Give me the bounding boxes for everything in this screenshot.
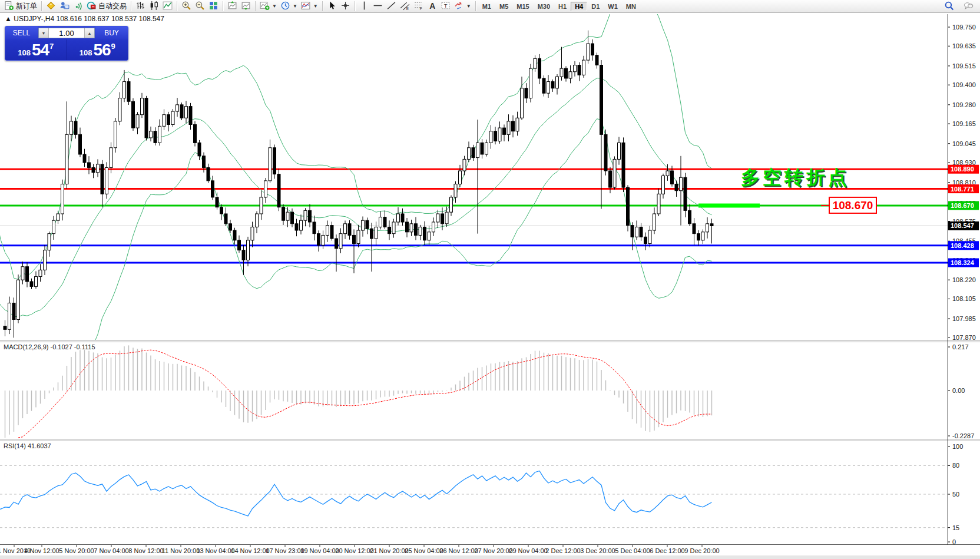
- svg-text:109.280: 109.280: [952, 101, 976, 108]
- svg-text:50: 50: [952, 491, 959, 498]
- sell-price[interactable]: 108547: [5, 39, 67, 60]
- svg-text:80: 80: [952, 462, 959, 469]
- svg-text:108.428: 108.428: [951, 242, 974, 249]
- chart-canvas[interactable]: 109.750109.635109.515109.400109.280109.1…: [0, 0, 980, 559]
- svg-text:108.220: 108.220: [952, 276, 976, 283]
- svg-text:5 Nov 20:00: 5 Nov 20:00: [59, 547, 94, 554]
- svg-text:109.515: 109.515: [952, 62, 976, 70]
- svg-text:11 Nov 20:00: 11 Nov 20:00: [162, 547, 200, 554]
- svg-text:9 Dec 20:00: 9 Dec 20:00: [684, 547, 719, 554]
- volume-value[interactable]: 1.00: [49, 28, 84, 38]
- svg-text:29 Nov 04:00: 29 Nov 04:00: [509, 547, 547, 554]
- volume-increase-button[interactable]: ▲: [84, 28, 94, 38]
- svg-text:109.400: 109.400: [952, 81, 976, 88]
- svg-text:19 Nov 04:00: 19 Nov 04:00: [300, 547, 339, 554]
- svg-text:-0.2287: -0.2287: [952, 432, 974, 439]
- svg-text:100: 100: [952, 443, 963, 450]
- svg-text:107.985: 107.985: [952, 315, 976, 322]
- sell-price-big: 54: [32, 41, 49, 59]
- buy-price-big: 56: [93, 41, 110, 59]
- svg-text:6 Dec 12:00: 6 Dec 12:00: [650, 547, 684, 554]
- svg-text:2 Dec 12:00: 2 Dec 12:00: [545, 547, 580, 554]
- svg-text:0: 0: [952, 538, 956, 545]
- one-click-trading-panel: SELL ▼ 1.00 ▲ BUY 108547 108569: [5, 26, 128, 61]
- svg-text:107.870: 107.870: [952, 334, 976, 341]
- annotation-text[interactable]: 多空转折点: [741, 167, 850, 188]
- sell-button[interactable]: SELL: [5, 27, 38, 39]
- sell-price-prefix: 108: [18, 48, 31, 57]
- svg-text:26 Nov 12:00: 26 Nov 12:00: [439, 547, 478, 554]
- svg-text:14 Nov 12:00: 14 Nov 12:00: [231, 547, 269, 554]
- buy-price-sup: 9: [111, 42, 115, 51]
- svg-text:17 Nov 23:00: 17 Nov 23:00: [266, 547, 304, 554]
- buy-button[interactable]: BUY: [95, 27, 128, 39]
- buy-price-prefix: 108: [80, 48, 92, 57]
- svg-text:108.324: 108.324: [951, 259, 975, 266]
- symbol-header: ▲ USDJPY-,H4 108.616 108.637 108.537 108…: [5, 15, 164, 23]
- svg-text:109.635: 109.635: [952, 42, 976, 49]
- buy-price[interactable]: 108569: [67, 39, 128, 60]
- svg-text:109.750: 109.750: [952, 24, 976, 31]
- svg-text:25 Nov 04:00: 25 Nov 04:00: [405, 547, 443, 554]
- svg-text:4 Nov 12:00: 4 Nov 12:00: [24, 547, 59, 554]
- volume-stepper: ▼ 1.00 ▲: [38, 28, 95, 38]
- sell-price-sup: 7: [49, 42, 54, 51]
- svg-text:108.105: 108.105: [952, 295, 976, 302]
- svg-text:3 Dec 20:00: 3 Dec 20:00: [580, 547, 615, 554]
- svg-text:27 Nov 20:00: 27 Nov 20:00: [474, 547, 512, 554]
- price-callout-text: 108.670: [833, 199, 873, 211]
- rsi-label: RSI(14) 41.6037: [4, 442, 51, 449]
- svg-text:109.045: 109.045: [952, 140, 976, 147]
- svg-text:108.670: 108.670: [951, 202, 974, 209]
- svg-text:15: 15: [952, 524, 959, 531]
- svg-text:0.00: 0.00: [952, 387, 965, 394]
- svg-text:109.165: 109.165: [952, 120, 976, 127]
- svg-text:5 Dec 04:00: 5 Dec 04:00: [615, 547, 650, 554]
- mt4-window: 新订单自动交易▼▼▼EFAT▼M1M5M15M30H1H4D1W1MN SELL…: [0, 0, 980, 559]
- window-bottom-strip: [0, 555, 980, 559]
- svg-text:0.217: 0.217: [952, 343, 969, 350]
- svg-text:108.890: 108.890: [951, 166, 974, 173]
- svg-text:21 Nov 20:00: 21 Nov 20:00: [370, 547, 408, 554]
- volume-decrease-button[interactable]: ▼: [39, 28, 49, 38]
- macd-label: MACD(12,26,9) -0.1027 -0.1115: [4, 343, 95, 350]
- svg-text:7 Nov 04:00: 7 Nov 04:00: [94, 547, 128, 554]
- svg-text:108.771: 108.771: [951, 186, 974, 193]
- svg-text:13 Nov 04:00: 13 Nov 04:00: [196, 547, 234, 554]
- svg-text:108.547: 108.547: [951, 222, 974, 229]
- svg-text:20 Nov 12:00: 20 Nov 12:00: [335, 547, 373, 554]
- svg-text:8 Nov 12:00: 8 Nov 12:00: [128, 547, 163, 554]
